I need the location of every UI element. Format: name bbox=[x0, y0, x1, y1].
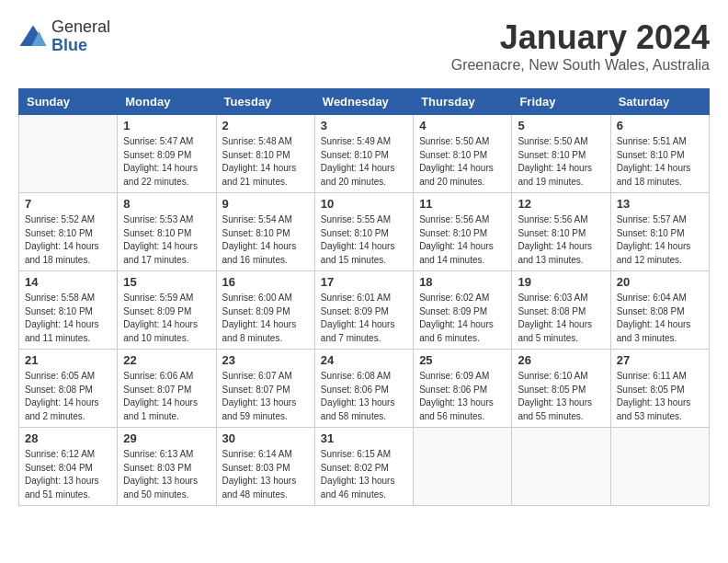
month-title: January 2024 bbox=[451, 18, 710, 57]
day-number: 12 bbox=[518, 197, 604, 211]
calendar-cell: 29Sunrise: 6:13 AM Sunset: 8:03 PM Dayli… bbox=[118, 428, 216, 506]
calendar-cell: 1Sunrise: 5:47 AM Sunset: 8:09 PM Daylig… bbox=[118, 115, 216, 193]
calendar-cell: 6Sunrise: 5:51 AM Sunset: 8:10 PM Daylig… bbox=[610, 115, 709, 193]
calendar-cell bbox=[512, 428, 610, 506]
calendar-cell: 18Sunrise: 6:02 AM Sunset: 8:09 PM Dayli… bbox=[414, 271, 512, 350]
day-number: 19 bbox=[518, 275, 604, 289]
day-number: 23 bbox=[222, 353, 309, 367]
calendar-cell bbox=[414, 428, 512, 506]
day-number: 6 bbox=[617, 119, 703, 132]
day-number: 14 bbox=[25, 275, 111, 289]
day-number: 10 bbox=[321, 197, 407, 211]
calendar-cell: 17Sunrise: 6:01 AM Sunset: 8:09 PM Dayli… bbox=[314, 271, 413, 350]
day-number: 29 bbox=[123, 431, 210, 445]
day-info: Sunrise: 5:50 AM Sunset: 8:10 PM Dayligh… bbox=[518, 135, 604, 189]
day-number: 27 bbox=[617, 353, 703, 367]
column-header-tuesday: Tuesday bbox=[216, 89, 314, 115]
day-info: Sunrise: 5:54 AM Sunset: 8:10 PM Dayligh… bbox=[222, 213, 309, 267]
logo-text: General Blue bbox=[51, 18, 110, 55]
day-info: Sunrise: 5:51 AM Sunset: 8:10 PM Dayligh… bbox=[617, 135, 703, 189]
day-info: Sunrise: 6:13 AM Sunset: 8:03 PM Dayligh… bbox=[123, 448, 210, 501]
calendar-cell: 8Sunrise: 5:53 AM Sunset: 8:10 PM Daylig… bbox=[118, 193, 216, 271]
day-info: Sunrise: 5:55 AM Sunset: 8:10 PM Dayligh… bbox=[321, 213, 407, 267]
day-number: 25 bbox=[419, 353, 506, 367]
day-info: Sunrise: 6:08 AM Sunset: 8:06 PM Dayligh… bbox=[321, 370, 407, 423]
day-info: Sunrise: 5:48 AM Sunset: 8:10 PM Dayligh… bbox=[222, 135, 309, 189]
calendar-cell: 9Sunrise: 5:54 AM Sunset: 8:10 PM Daylig… bbox=[216, 193, 314, 271]
calendar-table: SundayMondayTuesdayWednesdayThursdayFrid… bbox=[18, 88, 710, 506]
calendar-cell: 19Sunrise: 6:03 AM Sunset: 8:08 PM Dayli… bbox=[512, 271, 610, 350]
calendar-cell: 23Sunrise: 6:07 AM Sunset: 8:07 PM Dayli… bbox=[216, 350, 314, 428]
day-number: 22 bbox=[123, 353, 210, 367]
logo-general: General bbox=[51, 17, 110, 36]
day-number: 7 bbox=[25, 197, 111, 211]
calendar-cell: 28Sunrise: 6:12 AM Sunset: 8:04 PM Dayli… bbox=[19, 428, 118, 506]
day-number: 21 bbox=[25, 353, 111, 367]
logo: General Blue bbox=[18, 18, 110, 55]
calendar-cell: 27Sunrise: 6:11 AM Sunset: 8:05 PM Dayli… bbox=[610, 350, 709, 428]
calendar-cell: 15Sunrise: 5:59 AM Sunset: 8:09 PM Dayli… bbox=[118, 271, 216, 350]
day-info: Sunrise: 5:52 AM Sunset: 8:10 PM Dayligh… bbox=[25, 213, 111, 267]
day-info: Sunrise: 5:58 AM Sunset: 8:10 PM Dayligh… bbox=[25, 292, 111, 345]
calendar-cell: 21Sunrise: 6:05 AM Sunset: 8:08 PM Dayli… bbox=[19, 350, 118, 428]
calendar-cell: 7Sunrise: 5:52 AM Sunset: 8:10 PM Daylig… bbox=[19, 193, 118, 271]
column-header-friday: Friday bbox=[512, 89, 610, 115]
day-info: Sunrise: 5:50 AM Sunset: 8:10 PM Dayligh… bbox=[419, 135, 506, 189]
day-number: 3 bbox=[321, 119, 407, 132]
calendar-cell: 13Sunrise: 5:57 AM Sunset: 8:10 PM Dayli… bbox=[610, 193, 709, 271]
calendar-cell: 25Sunrise: 6:09 AM Sunset: 8:06 PM Dayli… bbox=[414, 350, 512, 428]
day-number: 11 bbox=[419, 197, 506, 211]
calendar-week-row: 14Sunrise: 5:58 AM Sunset: 8:10 PM Dayli… bbox=[19, 271, 710, 350]
day-number: 28 bbox=[25, 431, 111, 445]
day-info: Sunrise: 6:07 AM Sunset: 8:07 PM Dayligh… bbox=[222, 370, 309, 423]
day-info: Sunrise: 6:06 AM Sunset: 8:07 PM Dayligh… bbox=[123, 370, 210, 423]
day-number: 15 bbox=[123, 275, 210, 289]
day-number: 9 bbox=[222, 197, 309, 211]
day-info: Sunrise: 6:01 AM Sunset: 8:09 PM Dayligh… bbox=[321, 292, 407, 345]
day-info: Sunrise: 6:12 AM Sunset: 8:04 PM Dayligh… bbox=[25, 448, 111, 501]
page-header: General Blue January 2024 Greenacre, New… bbox=[18, 18, 710, 74]
day-number: 1 bbox=[123, 119, 210, 132]
column-header-saturday: Saturday bbox=[610, 89, 709, 115]
day-info: Sunrise: 5:59 AM Sunset: 8:09 PM Dayligh… bbox=[123, 292, 210, 345]
location-title: Greenacre, New South Wales, Australia bbox=[451, 57, 710, 74]
day-info: Sunrise: 6:03 AM Sunset: 8:08 PM Dayligh… bbox=[518, 292, 604, 345]
day-number: 30 bbox=[222, 431, 309, 445]
day-number: 13 bbox=[617, 197, 703, 211]
day-info: Sunrise: 6:15 AM Sunset: 8:02 PM Dayligh… bbox=[321, 448, 407, 501]
column-header-wednesday: Wednesday bbox=[314, 89, 413, 115]
day-number: 18 bbox=[419, 275, 506, 289]
calendar-cell: 11Sunrise: 5:56 AM Sunset: 8:10 PM Dayli… bbox=[414, 193, 512, 271]
day-info: Sunrise: 6:04 AM Sunset: 8:08 PM Dayligh… bbox=[617, 292, 703, 345]
day-number: 26 bbox=[518, 353, 604, 367]
day-info: Sunrise: 6:09 AM Sunset: 8:06 PM Dayligh… bbox=[419, 370, 506, 423]
day-info: Sunrise: 6:00 AM Sunset: 8:09 PM Dayligh… bbox=[222, 292, 309, 345]
calendar-cell: 10Sunrise: 5:55 AM Sunset: 8:10 PM Dayli… bbox=[314, 193, 413, 271]
day-info: Sunrise: 6:02 AM Sunset: 8:09 PM Dayligh… bbox=[419, 292, 506, 345]
calendar-cell: 30Sunrise: 6:14 AM Sunset: 8:03 PM Dayli… bbox=[216, 428, 314, 506]
day-number: 20 bbox=[617, 275, 703, 289]
day-info: Sunrise: 5:47 AM Sunset: 8:09 PM Dayligh… bbox=[123, 135, 210, 189]
calendar-cell: 14Sunrise: 5:58 AM Sunset: 8:10 PM Dayli… bbox=[19, 271, 118, 350]
calendar-cell: 2Sunrise: 5:48 AM Sunset: 8:10 PM Daylig… bbox=[216, 115, 314, 193]
calendar-week-row: 7Sunrise: 5:52 AM Sunset: 8:10 PM Daylig… bbox=[19, 193, 710, 271]
calendar-week-row: 1Sunrise: 5:47 AM Sunset: 8:09 PM Daylig… bbox=[19, 115, 710, 193]
day-number: 8 bbox=[123, 197, 210, 211]
calendar-cell: 22Sunrise: 6:06 AM Sunset: 8:07 PM Dayli… bbox=[118, 350, 216, 428]
calendar-cell: 20Sunrise: 6:04 AM Sunset: 8:08 PM Dayli… bbox=[610, 271, 709, 350]
calendar-week-row: 28Sunrise: 6:12 AM Sunset: 8:04 PM Dayli… bbox=[19, 428, 710, 506]
day-info: Sunrise: 6:10 AM Sunset: 8:05 PM Dayligh… bbox=[518, 370, 604, 423]
logo-icon bbox=[18, 24, 48, 50]
day-number: 5 bbox=[518, 119, 604, 132]
calendar-header-row: SundayMondayTuesdayWednesdayThursdayFrid… bbox=[19, 89, 710, 115]
calendar-cell: 16Sunrise: 6:00 AM Sunset: 8:09 PM Dayli… bbox=[216, 271, 314, 350]
logo-blue: Blue bbox=[51, 36, 87, 54]
day-info: Sunrise: 6:14 AM Sunset: 8:03 PM Dayligh… bbox=[222, 448, 309, 501]
calendar-cell bbox=[610, 428, 709, 506]
calendar-cell: 24Sunrise: 6:08 AM Sunset: 8:06 PM Dayli… bbox=[314, 350, 413, 428]
day-info: Sunrise: 5:56 AM Sunset: 8:10 PM Dayligh… bbox=[419, 213, 506, 267]
calendar-cell bbox=[19, 115, 118, 193]
day-info: Sunrise: 5:57 AM Sunset: 8:10 PM Dayligh… bbox=[617, 213, 703, 267]
day-number: 17 bbox=[321, 275, 407, 289]
column-header-sunday: Sunday bbox=[19, 89, 118, 115]
